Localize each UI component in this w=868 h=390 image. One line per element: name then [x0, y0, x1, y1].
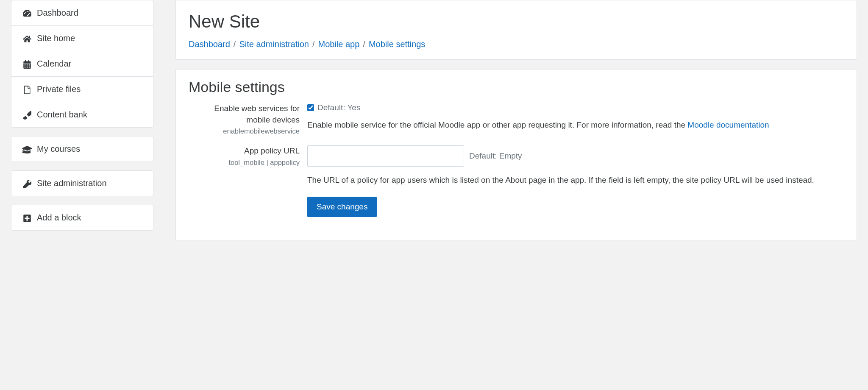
nav-item-my-courses[interactable]: My courses: [11, 136, 153, 162]
setting-label-col: App policy URL tool_mobile | apppolicy: [189, 145, 307, 187]
breadcrumb-site-admin[interactable]: Site administration: [239, 39, 309, 49]
setting-label-col: Enable web services for mobile devices e…: [189, 103, 307, 135]
setting-input-col: Default: Empty The URL of a policy for a…: [307, 145, 844, 187]
checkbox-line: Default: Yes: [307, 103, 844, 112]
nav-label: Calendar: [37, 59, 71, 69]
nav-label: My courses: [37, 144, 80, 154]
nav-label: Dashboard: [37, 8, 78, 18]
setting-label-col: [189, 197, 307, 217]
graduation-icon: [22, 144, 33, 154]
nav-label: Add a block: [37, 213, 81, 223]
breadcrumb: Dashboard / Site administration / Mobile…: [189, 39, 844, 54]
desc-text: Enable mobile service for the official M…: [307, 120, 687, 129]
breadcrumb-mobile-settings[interactable]: Mobile settings: [369, 39, 425, 49]
brush-icon: [22, 110, 33, 120]
home-icon: [22, 33, 33, 43]
setting-input-col: Default: Yes Enable mobile service for t…: [307, 103, 844, 135]
breadcrumb-mobile-app[interactable]: Mobile app: [318, 39, 360, 49]
nav-item-content-bank[interactable]: Content bank: [11, 102, 153, 127]
setting-sublabel: enablemobilewebservice: [189, 127, 300, 135]
text-input-line: Default: Empty: [307, 145, 844, 167]
nav-label: Private files: [37, 84, 81, 94]
plus-square-icon: [22, 213, 33, 223]
enable-ws-checkbox[interactable]: [307, 104, 314, 111]
wrench-icon: [22, 178, 33, 188]
file-icon: [22, 84, 33, 94]
setting-actions: Save changes: [189, 197, 844, 217]
nav-item-private-files[interactable]: Private files: [11, 77, 153, 102]
setting-label: Enable web services for mobile devices: [189, 103, 300, 125]
default-text: Default: Empty: [469, 151, 522, 161]
nav-item-calendar[interactable]: Calendar: [11, 51, 153, 77]
nav-label: Site home: [37, 33, 75, 43]
breadcrumb-sep: /: [363, 39, 365, 49]
nav-label: Content bank: [37, 110, 87, 120]
nav-group-main: Dashboard Site home Calendar Private fil…: [11, 0, 153, 128]
breadcrumb-sep: /: [234, 39, 236, 49]
setting-desc: The URL of a policy for app users which …: [307, 174, 844, 187]
breadcrumb-sep: /: [312, 39, 315, 49]
setting-enable-ws: Enable web services for mobile devices e…: [189, 103, 844, 135]
dashboard-icon: [22, 8, 33, 18]
nav-group-admin: Site administration: [11, 170, 153, 196]
save-changes-button[interactable]: Save changes: [307, 197, 377, 217]
main-content: New Site Dashboard / Site administration…: [164, 0, 868, 390]
settings-card: Mobile settings Enable web services for …: [175, 69, 857, 240]
setting-label: App policy URL: [189, 145, 300, 157]
nav-item-add-block[interactable]: Add a block: [11, 205, 153, 230]
header-card: New Site Dashboard / Site administration…: [175, 0, 857, 60]
breadcrumb-dashboard[interactable]: Dashboard: [189, 39, 230, 49]
sidebar: Dashboard Site home Calendar Private fil…: [0, 0, 164, 390]
setting-app-policy: App policy URL tool_mobile | apppolicy D…: [189, 145, 844, 187]
setting-sublabel: tool_mobile | apppolicy: [189, 159, 300, 167]
nav-label: Site administration: [37, 178, 107, 188]
setting-desc: Enable mobile service for the official M…: [307, 119, 844, 131]
page-title: New Site: [189, 11, 844, 32]
nav-group-courses: My courses: [11, 136, 153, 162]
setting-input-col: Save changes: [307, 197, 844, 217]
nav-item-dashboard[interactable]: Dashboard: [11, 0, 153, 26]
default-text: Default: Yes: [317, 103, 360, 112]
settings-title: Mobile settings: [189, 79, 844, 95]
nav-item-site-administration[interactable]: Site administration: [11, 171, 153, 196]
nav-group-block: Add a block: [11, 205, 153, 231]
app-policy-input[interactable]: [307, 145, 464, 167]
calendar-icon: [22, 59, 33, 69]
nav-item-site-home[interactable]: Site home: [11, 26, 153, 51]
moodle-docs-link[interactable]: Moodle documentation: [687, 120, 769, 129]
